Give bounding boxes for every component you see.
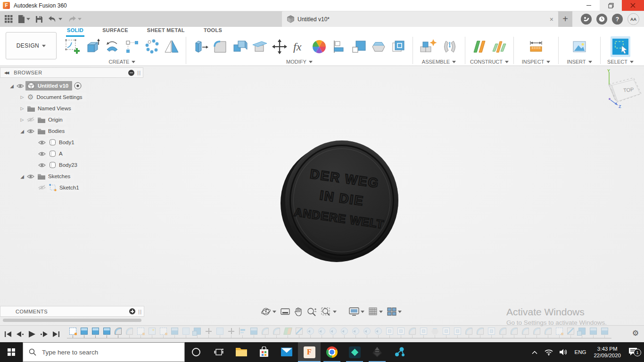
timeline-feature-fillet[interactable] (114, 328, 122, 340)
taskbar-app-mail[interactable] (275, 342, 298, 362)
timeline-feature-box[interactable] (216, 328, 224, 340)
job-status-icon[interactable] (581, 14, 592, 25)
taskbar-app-graph-tool[interactable] (388, 342, 411, 362)
browser-row-root[interactable]: ◢ Untitled v10 (0, 80, 143, 91)
timeline-feature-fillet[interactable] (476, 328, 484, 340)
press-pull-button[interactable] (190, 36, 210, 57)
pan-button[interactable] (294, 307, 303, 316)
timeline-feature-plane[interactable] (284, 328, 292, 340)
display-settings-caret[interactable] (361, 311, 364, 313)
timeline-feature-extrude[interactable] (103, 328, 111, 340)
taskbar-search-input[interactable]: Type here to search (23, 342, 185, 362)
viewcube-top-label[interactable]: TOP (623, 86, 634, 93)
revolve-button[interactable] (102, 36, 122, 57)
taskbar-app-filmora[interactable] (343, 342, 366, 362)
tray-chevron-icon[interactable] (528, 350, 541, 354)
timeline-feature-sketch[interactable] (69, 328, 77, 340)
timeline-feature-box[interactable] (182, 328, 190, 340)
timeline-feature-split[interactable] (567, 328, 575, 340)
insert-image-button[interactable] (570, 36, 589, 57)
create-sketch-button[interactable] (63, 36, 83, 57)
tab-sheet-metal[interactable]: SHEET METAL (147, 27, 185, 36)
expanded-icon[interactable]: ◢ (19, 129, 25, 134)
timeline-feature-sketch[interactable] (159, 328, 167, 340)
timeline-feature-move[interactable] (227, 328, 235, 340)
panel-grip[interactable]: || (137, 70, 141, 75)
timeline-feature-fillet[interactable] (510, 328, 518, 340)
minimize-button[interactable] (578, 0, 600, 11)
timeline-feature-extrude[interactable] (80, 328, 88, 340)
rectangular-pattern-button[interactable] (122, 36, 142, 57)
draft-button[interactable] (369, 36, 388, 57)
timeline-feature-shell[interactable] (442, 328, 450, 340)
timeline-feature-fillet[interactable] (465, 328, 473, 340)
taskbar-app-fusion-360[interactable]: F (298, 342, 321, 362)
wifi-icon[interactable] (541, 349, 556, 355)
timeline-feature-chamfer[interactable] (431, 328, 439, 340)
volume-icon[interactable] (556, 349, 571, 355)
taskbar-app-file-explorer[interactable] (230, 342, 253, 362)
play-button[interactable] (29, 331, 35, 337)
viewcube[interactable]: TOP ll ll ll Y Z (603, 68, 644, 115)
timeline-feature-fillet[interactable] (125, 328, 133, 340)
timeline-feature-fillet[interactable] (544, 328, 552, 340)
step-back-button[interactable] (17, 331, 24, 337)
group-label-inspect[interactable]: INSPECT (522, 59, 551, 65)
timeline-feature-image[interactable] (148, 328, 156, 340)
look-at-button[interactable] (281, 307, 290, 316)
visibility-eye-icon[interactable] (15, 83, 25, 89)
action-center-button[interactable]: 1 (625, 347, 644, 357)
visibility-eye-off-icon[interactable] (37, 185, 47, 190)
timeline-feature-history[interactable] (374, 328, 382, 340)
timeline-feature-shell[interactable] (397, 328, 405, 340)
undo-button[interactable] (47, 15, 63, 24)
comments-panel[interactable]: COMMENTS || (0, 306, 144, 317)
zoom-window-caret[interactable] (333, 311, 337, 313)
visibility-eye-icon[interactable] (37, 140, 47, 145)
browser-row-a[interactable]: A (0, 148, 143, 159)
new-tab-button[interactable]: + (558, 11, 572, 27)
move-copy-button[interactable] (270, 36, 289, 57)
align-button[interactable] (329, 36, 349, 57)
circular-pattern-button[interactable] (142, 36, 162, 57)
step-forward-button[interactable] (41, 331, 48, 337)
collapsed-icon[interactable]: ▷ (19, 117, 25, 122)
restore-button[interactable] (600, 0, 622, 11)
browser-row-document-settings[interactable]: ▷ ⚙Document Settings (0, 91, 143, 103)
timeline-settings-gear-icon[interactable]: ⚙ (632, 329, 639, 337)
timeline-feature-fillet[interactable] (521, 328, 529, 340)
taskbar-app-inkscape[interactable] (366, 342, 388, 362)
timeline-feature-shell[interactable] (386, 328, 394, 340)
timeline-feature-shell[interactable] (420, 328, 428, 340)
go-to-end-button[interactable] (53, 331, 59, 337)
group-label-modify[interactable]: MODIFY (286, 59, 313, 65)
root-component-chip[interactable]: Untitled v10 (25, 81, 72, 90)
app-grid-button[interactable] (4, 14, 14, 24)
user-avatar[interactable]: AA (627, 13, 639, 25)
help-icon[interactable]: ? (612, 14, 623, 25)
viewports-caret[interactable] (398, 311, 402, 313)
timeline-feature-fillet[interactable] (261, 328, 269, 340)
tab-tools[interactable]: TOOLS (204, 27, 222, 36)
timeline-feature-fillet[interactable] (272, 328, 281, 340)
timeline-feature-history[interactable] (329, 328, 337, 340)
go-to-start-button[interactable] (5, 331, 11, 337)
timeline-feature-extrude[interactable] (601, 328, 609, 340)
redo-button[interactable] (66, 15, 83, 24)
browser-row-body23[interactable]: Body23 (0, 159, 143, 171)
orbit-caret[interactable] (272, 311, 276, 313)
zoom-button[interactable] (307, 307, 317, 316)
fillet-button[interactable] (210, 36, 230, 57)
start-button[interactable] (0, 342, 23, 362)
taskbar-app-microsoft-store[interactable] (253, 342, 275, 362)
timeline-feature-history[interactable] (340, 328, 348, 340)
timeline-feature-extrude[interactable] (250, 328, 258, 340)
timeline-feature-history[interactable] (352, 328, 360, 340)
group-label-select[interactable]: SELECT (607, 59, 634, 65)
taskbar-clock[interactable]: 3:43 PM 22/09/2020 (590, 346, 625, 359)
tab-surface[interactable]: SURFACE (102, 27, 128, 36)
document-tab[interactable]: Untitled v10* × (282, 11, 558, 27)
task-view-button[interactable] (207, 342, 230, 362)
timeline-feature-extrude[interactable] (91, 328, 99, 340)
group-label-construct[interactable]: CONSTRUCT (470, 59, 509, 65)
